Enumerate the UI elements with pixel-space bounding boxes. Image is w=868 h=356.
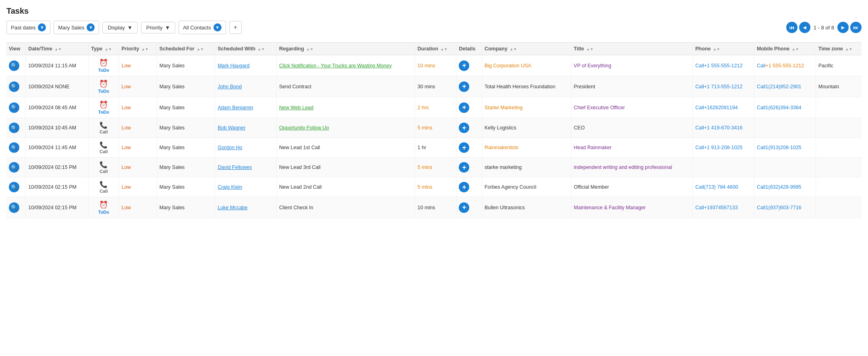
cell-regarding[interactable]: Click Notification - Your Trucks are Was… [277, 55, 415, 76]
mobile-phone-link[interactable]: Call+1 555-555-1212 [757, 63, 804, 69]
phone-link[interactable]: Call+1 713-555-1212 [695, 84, 742, 90]
add-button[interactable]: + [229, 21, 242, 34]
cell-scheduled-with[interactable]: Mark Haugard [215, 55, 277, 76]
phone-link[interactable]: Call+16262091194 [695, 105, 737, 110]
cell-mobile-phone[interactable]: Call1(214)952-2901 [754, 76, 816, 97]
phone-link[interactable]: Call+1 913-208-1025 [695, 145, 742, 150]
cell-scheduled-with[interactable]: Adam Benjamin [215, 97, 277, 118]
col-datetime[interactable]: Date/Time ▲▼ [26, 43, 89, 55]
priority-filter[interactable]: Priority ▼ [141, 22, 175, 33]
cell-phone[interactable]: Call+16262091194 [693, 97, 754, 118]
col-type[interactable]: Type ▲▼ [89, 43, 119, 55]
cell-mobile-phone[interactable]: Call1(626)394-3364 [754, 97, 816, 118]
cell-priority: Low [119, 138, 157, 158]
last-page-button[interactable]: ⏭ [850, 22, 862, 33]
cell-regarding[interactable]: Opportunity Follow Up [277, 118, 415, 138]
details-button[interactable]: + [459, 142, 469, 153]
cell-priority: Low [119, 158, 157, 177]
col-company[interactable]: Company ▲▼ [482, 43, 571, 55]
phone-sort-icon: ▲▼ [713, 47, 720, 51]
view-button[interactable]: 🔍 [9, 60, 19, 71]
view-button[interactable]: 🔍 [9, 81, 19, 92]
cell-phone[interactable]: Call+1 419-670-3416 [693, 118, 754, 138]
col-mobile[interactable]: Mobile Phone ▲▼ [754, 43, 816, 55]
view-button[interactable]: 🔍 [9, 202, 19, 213]
col-scheduled-with[interactable]: Scheduled With ▲▼ [215, 43, 277, 55]
cell-scheduled-with[interactable]: Bob Wagner [215, 118, 277, 138]
details-button[interactable]: + [459, 60, 469, 71]
cell-mobile-phone[interactable]: Call1(937)603-7716 [754, 197, 816, 218]
col-title[interactable]: Title ▲▼ [571, 43, 693, 55]
scheduled-with-link[interactable]: David Fellowes [218, 164, 252, 170]
col-phone[interactable]: Phone ▲▼ [693, 43, 754, 55]
scheduled-with-link[interactable]: Adam Benjamin [218, 105, 253, 110]
cell-company: Bullen Ultrasonics [482, 197, 571, 218]
cell-phone[interactable]: Call+1 913-208-1025 [693, 138, 754, 158]
past-dates-label: Past dates [11, 25, 35, 31]
table-row: 🔍10/09/2024 11:15 AM ⏰ ToDo LowMary Sale… [6, 55, 862, 76]
cell-phone[interactable]: Call(713) 784 4600 [693, 177, 754, 197]
mobile-phone-link[interactable]: Call1(937)603-7716 [757, 205, 802, 210]
view-button[interactable]: 🔍 [9, 162, 19, 173]
mobile-phone-link[interactable]: Call1(832)428-9995 [757, 184, 802, 190]
col-regarding[interactable]: Regarding ▲▼ [277, 43, 415, 55]
all-contacts-filter[interactable]: All Contacts ▼ [178, 21, 226, 34]
cell-type: ⏰ ToDo [89, 76, 119, 97]
cell-datetime: 10/09/2024 02:15 PM [26, 158, 89, 177]
scheduled-with-link[interactable]: Craig Klein [218, 184, 242, 190]
phone-link[interactable]: Call(713) 784 4600 [695, 184, 738, 190]
scheduled-with-link[interactable]: Gordon Ho [218, 145, 242, 150]
cell-mobile-phone[interactable]: Call1(913)208-1025 [754, 138, 816, 158]
mary-sales-filter[interactable]: Mary Sales ▼ [54, 21, 99, 34]
cell-company: Kelly Logistics [482, 118, 571, 138]
cell-phone[interactable]: Call+19374567133 [693, 197, 754, 218]
mobile-phone-link[interactable]: Call1(214)952-2901 [757, 84, 802, 90]
phone-link[interactable]: Call+1 419-670-3416 [695, 125, 742, 131]
scheduled-with-link[interactable]: Mark Haugard [218, 63, 249, 69]
view-button[interactable]: 🔍 [9, 102, 19, 113]
col-priority[interactable]: Priority ▲▼ [119, 43, 157, 55]
cell-scheduled-with[interactable]: Gordon Ho [215, 138, 277, 158]
cell-scheduled-with[interactable]: John Bond [215, 76, 277, 97]
display-filter[interactable]: Display ▼ [102, 22, 138, 33]
mobile-phone-link[interactable]: Call1(626)394-3364 [757, 105, 802, 110]
scheduled-with-link[interactable]: John Bond [218, 84, 242, 90]
scheduled-with-link[interactable]: Luke Mccabe [218, 205, 247, 210]
regarding-link[interactable]: New Web Lead [279, 105, 313, 110]
details-button[interactable]: + [459, 202, 469, 213]
past-dates-filter[interactable]: Past dates ▼ [6, 21, 50, 34]
datetime-sort-icon: ▲▼ [54, 47, 62, 51]
cell-type: ⏰ ToDo [89, 197, 119, 218]
details-button[interactable]: + [459, 81, 469, 92]
cell-phone[interactable]: Call+1 555-555-1212 [693, 55, 754, 76]
cell-phone[interactable]: Call+1 713-555-1212 [693, 76, 754, 97]
scheduled-with-link[interactable]: Bob Wagner [218, 125, 245, 131]
cell-mobile-phone[interactable]: Call+1 555-555-1212 [754, 55, 816, 76]
phone-link[interactable]: Call+19374567133 [695, 205, 737, 210]
cell-mobile-phone[interactable]: Call1(832)428-9995 [754, 177, 816, 197]
view-button[interactable]: 🔍 [9, 142, 19, 153]
cell-scheduled-with[interactable]: Luke Mccabe [215, 197, 277, 218]
cell-title: VP of Everything [571, 55, 693, 76]
col-duration[interactable]: Duration ▲▼ [415, 43, 456, 55]
cell-scheduled-with[interactable]: David Fellowes [215, 158, 277, 177]
title-sort-icon: ▲▼ [586, 47, 594, 51]
col-scheduled-for[interactable]: Scheduled For ▲▼ [157, 43, 215, 55]
details-button[interactable]: + [459, 182, 469, 192]
first-page-button[interactable]: ⏮ [786, 22, 798, 33]
details-button[interactable]: + [459, 162, 469, 173]
view-button[interactable]: 🔍 [9, 182, 19, 192]
phone-link[interactable]: Call+1 555-555-1212 [695, 63, 742, 69]
regarding-link[interactable]: Opportunity Follow Up [279, 125, 329, 131]
regarding-link[interactable]: Click Notification - Your Trucks are Was… [279, 63, 392, 69]
cell-title: Chief Executive Officer [571, 97, 693, 118]
details-button[interactable]: + [459, 123, 469, 133]
mobile-phone-link[interactable]: Call1(913)208-1025 [757, 145, 802, 150]
cell-scheduled-with[interactable]: Craig Klein [215, 177, 277, 197]
cell-regarding[interactable]: New Web Lead [277, 97, 415, 118]
view-button[interactable]: 🔍 [9, 123, 19, 133]
details-button[interactable]: + [459, 102, 469, 113]
col-timezone[interactable]: Time zone ▲▼ [816, 43, 862, 55]
next-page-button[interactable]: ► [837, 22, 849, 33]
prev-page-button[interactable]: ◄ [799, 22, 810, 33]
